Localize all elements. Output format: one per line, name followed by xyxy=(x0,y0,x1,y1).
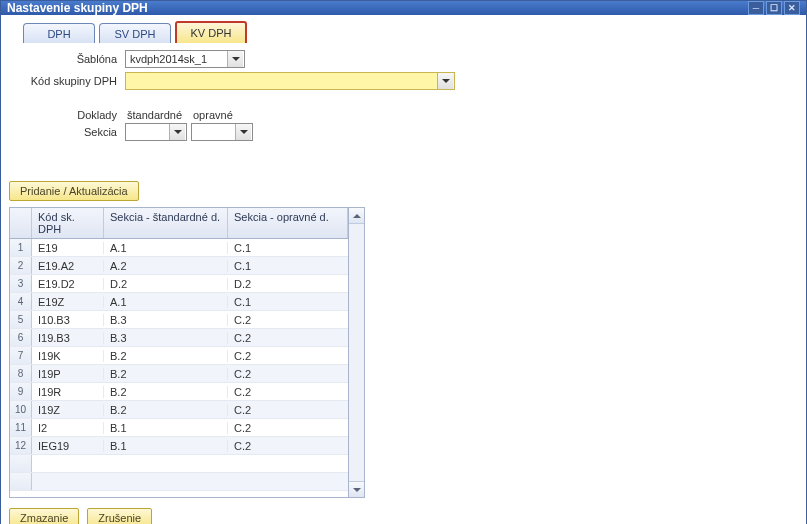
sekcia-standardne-select[interactable] xyxy=(125,123,187,141)
chevron-down-icon xyxy=(437,73,453,89)
cell-opr: C.2 xyxy=(228,368,348,380)
cell-std: B.2 xyxy=(104,350,228,362)
window-title: Nastavenie skupiny DPH xyxy=(7,1,148,15)
table-row[interactable]: . xyxy=(10,473,348,491)
row-number: 5 xyxy=(10,311,32,328)
maximize-button[interactable]: ☐ xyxy=(766,1,782,15)
table-row[interactable]: 3E19.D2D.2D.2 xyxy=(10,275,348,293)
cell-std: B.3 xyxy=(104,314,228,326)
doklady-label: Doklady xyxy=(9,109,125,121)
kod-skupiny-label: Kód skupiny DPH xyxy=(9,75,125,87)
grid-wrap: Kód sk. DPH Sekcia - štandardné d. Sekci… xyxy=(9,207,798,498)
table-row[interactable]: 11I2B.1C.2 xyxy=(10,419,348,437)
sablona-select[interactable]: kvdph2014sk_1 xyxy=(125,50,245,68)
grid-header-opr[interactable]: Sekcia - opravné d. xyxy=(228,208,348,238)
table-row[interactable]: 4E19ZA.1C.1 xyxy=(10,293,348,311)
tab-dph[interactable]: DPH xyxy=(23,23,95,43)
scroll-down-button[interactable] xyxy=(349,481,364,497)
cell-kod: I19K xyxy=(32,350,104,362)
grid-header-rownum[interactable] xyxy=(10,208,32,238)
scroll-up-button[interactable] xyxy=(349,208,364,224)
grid-header-std[interactable]: Sekcia - štandardné d. xyxy=(104,208,228,238)
cell-std: B.1 xyxy=(104,422,228,434)
chevron-down-icon xyxy=(235,124,251,140)
table-row[interactable]: 8I19PB.2C.2 xyxy=(10,365,348,383)
row-number: 7 xyxy=(10,347,32,364)
row-number: 1 xyxy=(10,239,32,256)
row-number: . xyxy=(10,455,32,472)
row-number: 11 xyxy=(10,419,32,436)
chevron-down-icon xyxy=(353,488,361,492)
tab-sv-dph[interactable]: SV DPH xyxy=(99,23,171,43)
cell-std: A.1 xyxy=(104,296,228,308)
add-update-button[interactable]: Pridanie / Aktualizácia xyxy=(9,181,139,201)
titlebar: Nastavenie skupiny DPH ─ ☐ ✕ xyxy=(1,1,806,15)
cell-kod: E19.A2 xyxy=(32,260,104,272)
scroll-track[interactable] xyxy=(349,224,364,481)
table-row[interactable]: 2E19.A2A.2C.1 xyxy=(10,257,348,275)
cell-opr: C.2 xyxy=(228,422,348,434)
cell-opr: D.2 xyxy=(228,278,348,290)
sekcia-opravne-select[interactable] xyxy=(191,123,253,141)
chevron-down-icon xyxy=(169,124,185,140)
cell-opr: C.2 xyxy=(228,404,348,416)
row-number: 4 xyxy=(10,293,32,310)
cell-opr: C.2 xyxy=(228,332,348,344)
grid-header: Kód sk. DPH Sekcia - štandardné d. Sekci… xyxy=(10,208,348,239)
cell-std: A.1 xyxy=(104,242,228,254)
cell-kod: E19.D2 xyxy=(32,278,104,290)
button-label: Pridanie / Aktualizácia xyxy=(20,185,128,197)
tab-label: DPH xyxy=(47,28,70,40)
cell-kod: E19Z xyxy=(32,296,104,308)
table-row[interactable]: 7I19KB.2C.2 xyxy=(10,347,348,365)
chevron-down-icon xyxy=(227,51,243,67)
minimize-button[interactable]: ─ xyxy=(748,1,764,15)
cell-opr: C.1 xyxy=(228,242,348,254)
tab-label: SV DPH xyxy=(115,28,156,40)
row-number: 2 xyxy=(10,257,32,274)
cell-std: B.3 xyxy=(104,332,228,344)
cell-kod: I10.B3 xyxy=(32,314,104,326)
kod-skupiny-select[interactable] xyxy=(125,72,455,90)
cell-std: A.2 xyxy=(104,260,228,272)
sablona-value: kvdph2014sk_1 xyxy=(130,53,207,65)
row-number: 9 xyxy=(10,383,32,400)
cell-kod: I2 xyxy=(32,422,104,434)
table-row[interactable]: 12IEG19B.1C.2 xyxy=(10,437,348,455)
window-content: DPH SV DPH KV DPH Šablóna kvdph2014sk_1 … xyxy=(1,15,806,524)
cancel-button[interactable]: Zrušenie xyxy=(87,508,152,524)
cell-kod: I19Z xyxy=(32,404,104,416)
delete-button[interactable]: Zmazanie xyxy=(9,508,79,524)
cell-std: B.2 xyxy=(104,386,228,398)
tabs: DPH SV DPH KV DPH xyxy=(23,21,798,43)
grid-scrollbar[interactable] xyxy=(349,207,365,498)
cell-kod: E19 xyxy=(32,242,104,254)
cell-opr: C.2 xyxy=(228,386,348,398)
close-button[interactable]: ✕ xyxy=(784,1,800,15)
table-row[interactable]: 1E19A.1C.1 xyxy=(10,239,348,257)
sablona-label: Šablóna xyxy=(9,53,125,65)
row-number: 8 xyxy=(10,365,32,382)
row-number: 6 xyxy=(10,329,32,346)
table-row[interactable]: . xyxy=(10,455,348,473)
chevron-up-icon xyxy=(353,214,361,218)
cell-kod: IEG19 xyxy=(32,440,104,452)
cell-opr: C.1 xyxy=(228,260,348,272)
cell-opr: C.2 xyxy=(228,440,348,452)
sekcia-label: Sekcia xyxy=(9,126,125,138)
table-row[interactable]: 9I19RB.2C.2 xyxy=(10,383,348,401)
table-row[interactable]: 10I19ZB.2C.2 xyxy=(10,401,348,419)
row-number: . xyxy=(10,473,32,490)
standardne-header: štandardné xyxy=(125,109,191,121)
table-row[interactable]: 5I10.B3B.3C.2 xyxy=(10,311,348,329)
tab-label: KV DPH xyxy=(191,27,232,39)
cell-kod: I19P xyxy=(32,368,104,380)
grid-body: 1E19A.1C.12E19.A2A.2C.13E19.D2D.2D.24E19… xyxy=(10,239,348,497)
cell-opr: C.1 xyxy=(228,296,348,308)
opravne-header: opravné xyxy=(191,109,257,121)
cell-opr: C.2 xyxy=(228,314,348,326)
grid-header-kod[interactable]: Kód sk. DPH xyxy=(32,208,104,238)
tab-kv-dph[interactable]: KV DPH xyxy=(175,21,247,43)
table-row[interactable]: 6I19.B3B.3C.2 xyxy=(10,329,348,347)
button-label: Zrušenie xyxy=(98,512,141,524)
